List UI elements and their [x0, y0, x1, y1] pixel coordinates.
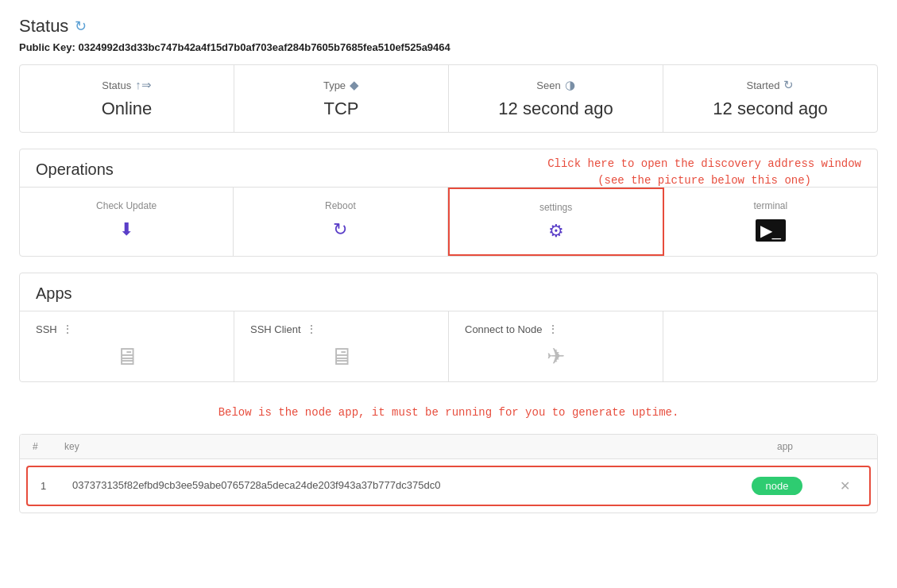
- status-arrow-icon: ↑⇒: [135, 78, 152, 92]
- table-header: # key app: [20, 435, 877, 459]
- connect-node-navigate-icon: ✈: [547, 343, 565, 369]
- operations-section: Operations Click here to open the discov…: [19, 149, 878, 257]
- type-diamond-icon: ◆: [350, 78, 359, 92]
- terminal-card[interactable]: terminal ▶_: [664, 188, 877, 256]
- table-header-key: key: [64, 441, 729, 452]
- operations-row: Check Update ⬇ Reboot ↻ settings ⚙ termi…: [20, 187, 877, 256]
- seen-clock-icon: ◑: [565, 78, 575, 92]
- ssh-client-monitor-icon: 🖥: [330, 343, 354, 370]
- empty-app-card: [663, 311, 877, 381]
- table-section: # key app 1 037373135f82efbd9cb3ee59abe0…: [19, 434, 878, 513]
- started-label: Started ↻: [747, 78, 795, 92]
- reboot-label: Reboot: [325, 200, 356, 211]
- check-update-label: Check Update: [96, 200, 157, 211]
- ssh-app-card[interactable]: SSH ⋮ 🖥: [20, 311, 234, 381]
- table-header-close: [841, 441, 864, 452]
- connect-node-app-card[interactable]: Connect to Node ⋮ ✈: [449, 311, 663, 381]
- node-badge: node: [752, 477, 803, 495]
- status-title: Status ↻: [19, 16, 878, 37]
- type-value: TCP: [324, 99, 359, 119]
- apps-section: Apps SSH ⋮ 🖥 SSH Client ⋮ 🖥: [19, 273, 878, 382]
- reboot-card[interactable]: Reboot ↻: [234, 188, 447, 256]
- seen-label: Seen ◑: [536, 78, 574, 92]
- status-card-type: Type ◆ TCP: [234, 65, 449, 132]
- type-label: Type ◆: [323, 78, 359, 92]
- status-section: Status ↻ Public Key: 0324992d3d33bc747b4…: [19, 16, 878, 133]
- ssh-client-label: SSH Client: [250, 323, 301, 335]
- status-cards: Status ↑⇒ Online Type ◆ TCP Seen ◑ 12 se…: [19, 64, 878, 133]
- table-header-num: #: [33, 441, 64, 452]
- download-icon: ⬇: [119, 219, 133, 240]
- public-key-row: Public Key: 0324992d3d33bc747b42a4f15d7b…: [19, 41, 878, 53]
- ssh-menu-icon[interactable]: ⋮: [62, 323, 73, 335]
- started-value: 12 second ago: [713, 99, 827, 119]
- ssh-header: SSH ⋮: [36, 323, 73, 335]
- status-card-seen: Seen ◑ 12 second ago: [449, 65, 663, 132]
- ssh-client-app-card[interactable]: SSH Client ⋮ 🖥: [234, 311, 449, 381]
- ssh-label: SSH: [36, 323, 57, 335]
- table-row: 1 037373135f82efbd9cb3ee59abe0765728a5de…: [26, 466, 871, 506]
- public-key-label: Public Key:: [19, 41, 75, 53]
- status-title-text: Status: [19, 16, 68, 37]
- public-key-value: 0324992d3d33bc747b42a4f15d7b0af703eaf284…: [78, 41, 450, 53]
- apps-cards: SSH ⋮ 🖥 SSH Client ⋮ 🖥 Connect to Node ⋮: [20, 311, 877, 381]
- check-update-card[interactable]: Check Update ⬇: [20, 188, 234, 256]
- table-row-key: 037373135f82efbd9cb3ee59abe0765728a5deca…: [72, 478, 721, 493]
- status-card-started: Started ↻ 12 second ago: [663, 65, 877, 132]
- table-row-num: 1: [41, 480, 72, 492]
- page: Status ↻ Public Key: 0324992d3d33bc747b4…: [0, 0, 897, 588]
- connect-node-label: Connect to Node: [465, 323, 543, 335]
- table-header-app: app: [729, 441, 841, 452]
- settings-card[interactable]: settings ⚙: [448, 188, 664, 256]
- started-clock-icon: ↻: [783, 78, 794, 92]
- connect-node-menu-icon[interactable]: ⋮: [547, 323, 559, 335]
- seen-value: 12 second ago: [498, 99, 613, 119]
- refresh-icon[interactable]: ↻: [75, 17, 87, 35]
- reboot-icon: ↻: [333, 219, 347, 240]
- apps-title: Apps: [20, 273, 877, 311]
- terminal-icon: ▶_: [756, 219, 786, 242]
- status-card-status: Status ↑⇒ Online: [20, 65, 234, 132]
- terminal-label: terminal: [754, 200, 788, 211]
- ssh-client-header: SSH Client ⋮: [250, 323, 317, 335]
- connect-node-header: Connect to Node ⋮: [465, 323, 559, 335]
- status-value: Online: [102, 99, 153, 119]
- status-label: Status ↑⇒: [102, 78, 151, 92]
- ssh-client-menu-icon[interactable]: ⋮: [306, 323, 317, 335]
- ssh-monitor-icon: 🖥: [115, 343, 139, 370]
- operations-annotation: Click here to open the discovery address…: [547, 156, 861, 189]
- table-row-app: node: [721, 477, 833, 495]
- settings-gear-icon: ⚙: [548, 221, 564, 242]
- settings-label: settings: [539, 202, 572, 213]
- table-annotation: Below is the node app, it must be runnin…: [19, 398, 878, 426]
- table-row-close-button[interactable]: ✕: [833, 478, 856, 493]
